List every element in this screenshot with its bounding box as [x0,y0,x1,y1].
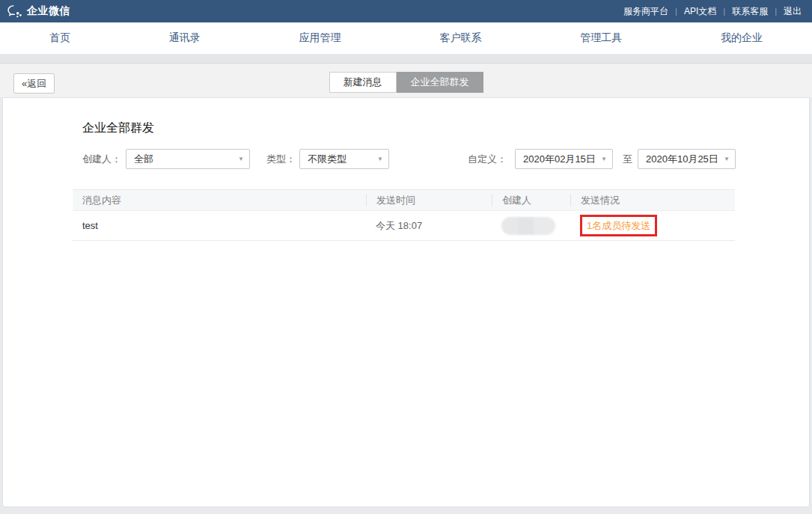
tab-new-message[interactable]: 新建消息 [329,72,397,93]
date-to-value: 2020年10月25日 [646,150,718,168]
header-send-time: 发送时间 [366,194,492,206]
cell-creator [492,217,570,235]
nav-item-home[interactable]: 首页 [49,31,70,45]
message-type-tabs: 新建消息 企业全部群发 [329,72,483,93]
header-message-content: 消息内容 [73,194,366,206]
custom-range-label: 自定义： [468,149,507,169]
cell-message-content: test [73,220,366,231]
type-filter-label: 类型： [266,149,296,169]
nav-item-app-management[interactable]: 应用管理 [299,31,341,45]
date-from-select[interactable]: 2020年02月15日 ▼ [515,149,613,169]
divider: | [675,7,677,16]
nav-item-management-tools[interactable]: 管理工具 [580,31,622,45]
filter-row: 创建人： 全部 ▼ 类型： 不限类型 ▼ 自定义： 2020年02月15日 ▼ … [3,149,809,170]
content-panel: 企业全部群发 创建人： 全部 ▼ 类型： 不限类型 ▼ 自定义： 2020年02… [2,97,810,507]
cell-send-status: 1名成员待发送 [570,215,735,236]
top-bar: 企业微信 服务商平台 | API文档 | 联系客服 | 退出 [0,0,812,22]
wechat-work-logo-icon [7,4,22,18]
header-creator: 创建人 [492,194,570,206]
brand: 企业微信 [7,4,70,18]
nav-item-contacts[interactable]: 通讯录 [169,31,201,45]
header-send-status: 发送情况 [570,194,735,206]
app-title: 企业微信 [27,4,70,18]
nav-item-my-company[interactable]: 我的企业 [721,31,763,45]
date-to-select[interactable]: 2020年10月25日 ▼ [638,149,736,169]
page-title: 企业全部群发 [82,120,154,136]
type-filter-value: 不限类型 [308,150,347,168]
link-api-docs[interactable]: API文档 [684,5,716,18]
divider: | [723,7,725,16]
nav-divider-strip [0,54,812,64]
back-button[interactable]: «返回 [13,73,55,94]
table-header-row: 消息内容 发送时间 创建人 发送情况 [73,189,735,211]
chevron-down-icon: ▼ [724,156,730,162]
creator-filter-label: 创建人： [82,149,121,169]
divider: | [775,7,777,16]
send-status-link[interactable]: 1名成员待发送 [580,215,657,236]
table-row: test 今天 18:07 1名成员待发送 [73,211,735,241]
nav-item-customer-relations[interactable]: 客户联系 [439,31,481,45]
creator-filter-value: 全部 [134,150,153,168]
date-range-to-label: 至 [623,149,632,169]
toolbar: «返回 新建消息 企业全部群发 [0,64,812,97]
chevron-down-icon: ▼ [601,156,607,162]
date-from-value: 2020年02月15日 [523,150,596,168]
creator-filter-select[interactable]: 全部 ▼ [126,149,250,169]
broadcast-table: 消息内容 发送时间 创建人 发送情况 test 今天 18:07 1名成员待发送 [73,189,735,241]
link-contact-support[interactable]: 联系客服 [732,5,768,18]
chevron-down-icon: ▼ [238,156,244,162]
link-logout[interactable]: 退出 [784,5,802,18]
tab-company-wide-broadcast[interactable]: 企业全部群发 [397,72,483,93]
link-service-provider[interactable]: 服务商平台 [623,5,668,18]
main-nav: 首页 通讯录 应用管理 客户联系 管理工具 我的企业 [0,22,812,54]
type-filter-select[interactable]: 不限类型 ▼ [299,149,389,169]
redacted-creator-name [501,217,555,235]
cell-send-time: 今天 18:07 [366,219,492,233]
topbar-links: 服务商平台 | API文档 | 联系客服 | 退出 [623,5,802,18]
chevron-down-icon: ▼ [377,156,383,162]
